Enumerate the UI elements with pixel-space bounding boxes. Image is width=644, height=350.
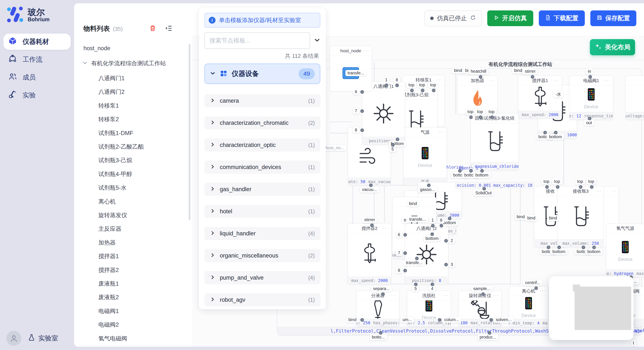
node-menu-icon[interactable]: ··· [429, 92, 435, 97]
port-dot-icon[interactable]: › [469, 116, 473, 119]
port-dot-icon[interactable]: › [547, 246, 550, 249]
port-pill-top[interactable]: top [586, 178, 596, 184]
canvas-node-hidden[interactable]: voltage: 12 [626, 76, 644, 120]
port-pill-7[interactable]: 7 [353, 108, 359, 114]
tree-item[interactable]: 电磁阀2 [98, 321, 119, 329]
refresh-icon[interactable] [470, 15, 476, 22]
port-pill-gasso[interactable]: gasso... [418, 186, 437, 193]
port-dot-icon[interactable]: › [590, 185, 594, 189]
sidebar-item-实验[interactable]: 实验 [4, 87, 71, 103]
port-pill-botto[interactable]: botto... [370, 334, 387, 340]
scrollbar[interactable] [189, 44, 190, 220]
port-dot-icon[interactable]: › [543, 131, 547, 134]
port-pill-bottom[interactable]: bottom [423, 235, 440, 242]
tree-item[interactable]: 试剂瓶2-乙酸乙酯 [98, 143, 144, 151]
canvas-node-气源[interactable]: 气源···Device气源 [403, 127, 447, 186]
tree-item[interactable]: 加热器 [98, 239, 116, 246]
tree-item[interactable]: 八通阀门2 [98, 88, 124, 96]
port-dot-icon[interactable]: › [531, 75, 534, 79]
port-dot-icon[interactable]: › [557, 246, 561, 249]
port-pill-solven[interactable]: solven... [494, 317, 514, 323]
node-menu-icon[interactable]: ··· [493, 293, 499, 298]
beautify-layout-button[interactable]: 美化布局 [590, 39, 635, 55]
start-simulation-button[interactable]: 开启仿真 [487, 10, 533, 26]
port-pill-top[interactable]: top [486, 109, 497, 115]
chevron-down-icon[interactable] [82, 60, 88, 67]
port-dot-icon[interactable]: › [369, 183, 373, 187]
category-row-liquid_handler[interactable]: liquid_handler(4) [204, 227, 320, 240]
port-dot-icon[interactable]: › [556, 185, 560, 189]
tree-item[interactable]: 氢气电磁阀 [98, 335, 127, 342]
sidebar-item-工作流[interactable]: 工作流 [4, 51, 71, 68]
category-row-characterization_chromatic[interactable]: characterization_chromatic(2) [204, 116, 320, 130]
port-pill-out[interactable]: out [584, 120, 594, 126]
canvas-node-八通阀门2[interactable]: 八通阀门2···positions: 8 [405, 223, 448, 285]
port-pill-bind[interactable]: bind [407, 200, 419, 207]
port-pill-8[interactable]: 8 [353, 127, 359, 133]
port-dot-icon[interactable]: › [403, 233, 407, 237]
sidebar-item-仪器耗材[interactable]: 仪器耗材 [4, 34, 71, 50]
tree-item[interactable]: 试剂瓶4-甲醇 [98, 170, 132, 178]
port-pill-1[interactable]: 1 [383, 77, 390, 83]
port-pill-8[interactable]: 8 [394, 77, 400, 83]
node-menu-icon[interactable]: ··· [436, 77, 442, 82]
port-pill-2[interactable]: 2 [448, 237, 455, 244]
port-pill-6[interactable]: 6 [353, 89, 359, 95]
port-pill-transfe[interactable]: transfe... [404, 260, 425, 266]
port-pill-bind[interactable]: bind [452, 67, 464, 74]
port-pill-bottom[interactable]: bottom [547, 134, 564, 140]
canvas-node-host_node[interactable]: host_node··· [330, 46, 372, 91]
port-pill-colum[interactable]: colum... [442, 317, 461, 323]
port-dot-icon[interactable]: › [414, 283, 418, 286]
port-dot-icon[interactable]: › [403, 269, 407, 272]
port-dot-icon[interactable]: › [396, 138, 399, 141]
port-dot-icon[interactable]: › [444, 239, 448, 243]
port-pill-bind[interactable]: bind [525, 215, 538, 221]
port-pill-5[interactable]: 5 [389, 146, 396, 152]
port-dot-icon[interactable]: › [430, 232, 434, 236]
port-pill-bottom[interactable]: bottom [585, 249, 602, 255]
tree-item[interactable]: 试剂瓶5-水 [98, 184, 126, 191]
port-pill-stirrer[interactable]: stirrer [362, 217, 377, 223]
port-dot-icon[interactable]: › [490, 318, 493, 322]
port-pill-SolidOut[interactable]: SolidOut [473, 190, 494, 196]
search-input[interactable] [204, 32, 310, 49]
port-dot-icon[interactable]: › [488, 331, 491, 335]
port-dot-icon[interactable]: › [415, 257, 419, 260]
port-pill-top[interactable]: top [475, 109, 485, 115]
canvas-node-接收瓶3[interactable]: 接收瓶3···max_volume: 250 [558, 186, 604, 247]
tree-item[interactable]: host_node [84, 45, 110, 52]
port-dot-icon[interactable]: › [360, 128, 364, 132]
category-row-characterization_optic[interactable]: characterization_optic(1) [204, 138, 320, 152]
port-pill-t[interactable]: t [631, 340, 636, 346]
port-pill-bottom[interactable]: bottom [473, 172, 490, 178]
port-dot-icon[interactable]: › [410, 89, 414, 92]
node-menu-icon[interactable]: ··· [391, 293, 397, 298]
port-dot-icon[interactable]: › [438, 318, 442, 322]
port-dot-icon[interactable]: › [427, 183, 430, 187]
port-dot-icon[interactable]: › [554, 131, 558, 134]
port-dot-icon[interactable]: › [480, 169, 484, 173]
port-pill-6[interactable]: 6 [396, 232, 402, 238]
port-dot-icon[interactable]: › [432, 89, 436, 92]
port-dot-icon[interactable]: › [395, 84, 399, 87]
category-row-organic_miscellaneous[interactable]: organic_miscellaneous(2) [204, 249, 320, 262]
port-dot-icon[interactable]: › [384, 84, 388, 87]
port-dot-icon[interactable]: › [431, 224, 435, 227]
port-dot-icon[interactable]: › [448, 217, 452, 220]
tree-item[interactable]: 转移泵2 [98, 116, 119, 123]
port-pill-4[interactable]: 4 [429, 286, 436, 292]
port-pill-top[interactable]: top [406, 82, 416, 88]
category-row-robot_agv[interactable]: robot_agv(1) [204, 293, 320, 306]
category-row-gas_handler[interactable]: gas_handler(1) [204, 183, 320, 196]
avatar[interactable] [6, 331, 21, 346]
port-dot-icon[interactable]: › [379, 331, 382, 335]
tree-item[interactable]: 旋转蒸发仪 [98, 211, 127, 219]
category-group-instruments[interactable]: 仪器设备 49 [204, 64, 320, 84]
category-row-pump_and_valve[interactable]: pump_and_valve(4) [204, 271, 320, 284]
node-menu-icon[interactable]: ··· [610, 188, 616, 194]
canvas-node-电磁阀1[interactable]: 电磁阀1···Devicevoltage: 12response_time: 0… [569, 76, 613, 120]
node-menu-icon[interactable]: ··· [490, 78, 495, 83]
port-dot-icon[interactable]: › [588, 75, 592, 79]
port-pill-transfe[interactable]: transfe... [407, 216, 428, 222]
